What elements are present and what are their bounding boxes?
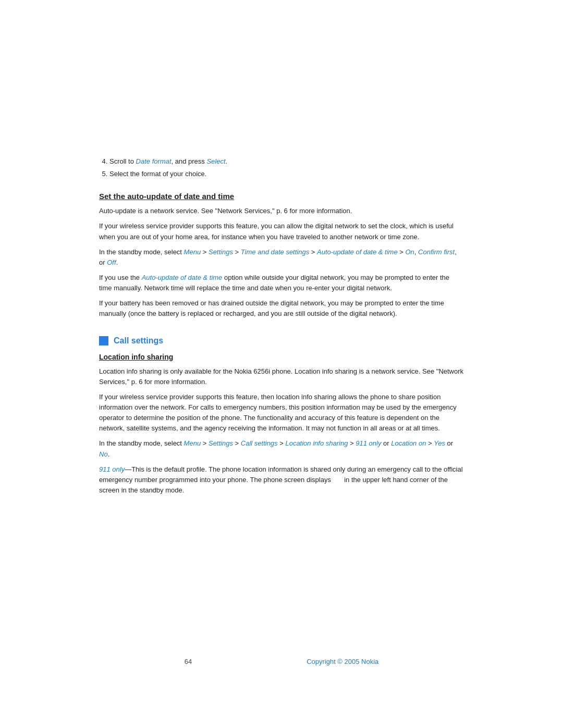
auto-update-link: Auto-update of date & time: [317, 248, 398, 256]
select-link: Select: [206, 157, 225, 165]
no-link: No: [99, 450, 108, 458]
auto-update-para-2: If your wireless service provider suppor…: [99, 221, 464, 242]
menu-link-2: Menu: [184, 439, 201, 447]
location-para-1: Location info sharing is only available …: [99, 366, 464, 387]
settings-link-2: Settings: [209, 439, 233, 447]
call-settings-header: Call settings: [99, 336, 464, 346]
call-settings-link: Call settings: [241, 439, 278, 447]
menu-link-1: Menu: [184, 248, 201, 256]
911-only-link-2: 911 only: [99, 465, 125, 473]
page-footer: 64 Copyright © 2005 Nokia: [0, 658, 563, 665]
auto-update-para-3: In the standby mode, select Menu > Setti…: [99, 247, 464, 268]
on-link: On: [406, 248, 414, 256]
off-link: Off: [107, 258, 116, 266]
auto-update-heading: Set the auto-update of date and time: [99, 192, 464, 201]
list-item-5-text: Select the format of your choice.: [109, 170, 206, 178]
auto-update-date-time-link: Auto-update of date & time: [142, 274, 223, 281]
page-number: 64: [185, 658, 192, 665]
911-only-link-1: 911 only: [356, 439, 381, 447]
date-format-link: Date format: [136, 157, 172, 165]
location-on-link: Location on: [391, 439, 426, 447]
time-date-settings-link: Time and date settings: [241, 248, 309, 256]
auto-update-para-4: If you use the Auto-update of date & tim…: [99, 273, 464, 293]
list-item-5: Select the format of your choice.: [109, 169, 464, 179]
location-para-4: 911 only—This is the default profile. Th…: [99, 464, 464, 496]
call-settings-title: Call settings: [114, 336, 163, 346]
confirm-first-link: Confirm first: [418, 248, 455, 256]
copyright-text: Copyright © 2005 Nokia: [307, 658, 378, 665]
numbered-list: Scroll to Date format, and press Select.…: [109, 156, 464, 179]
auto-update-para-1: Auto-update is a network service. See "N…: [99, 206, 464, 216]
list-item-4: Scroll to Date format, and press Select.: [109, 156, 464, 167]
blue-square-icon: [99, 336, 108, 346]
location-info-sharing-link: Location info sharing: [285, 439, 348, 447]
location-info-heading: Location info sharing: [99, 353, 464, 361]
content-area: Scroll to Date format, and press Select.…: [99, 0, 464, 604]
page-container: Scroll to Date format, and press Select.…: [0, 0, 563, 728]
yes-link: Yes: [434, 439, 445, 447]
auto-update-para-5: If your battery has been removed or has …: [99, 298, 464, 319]
location-para-2: If your wireless service provider suppor…: [99, 392, 464, 434]
location-para-3: In the standby mode, select Menu > Setti…: [99, 438, 464, 459]
settings-link-1: Settings: [209, 248, 233, 256]
